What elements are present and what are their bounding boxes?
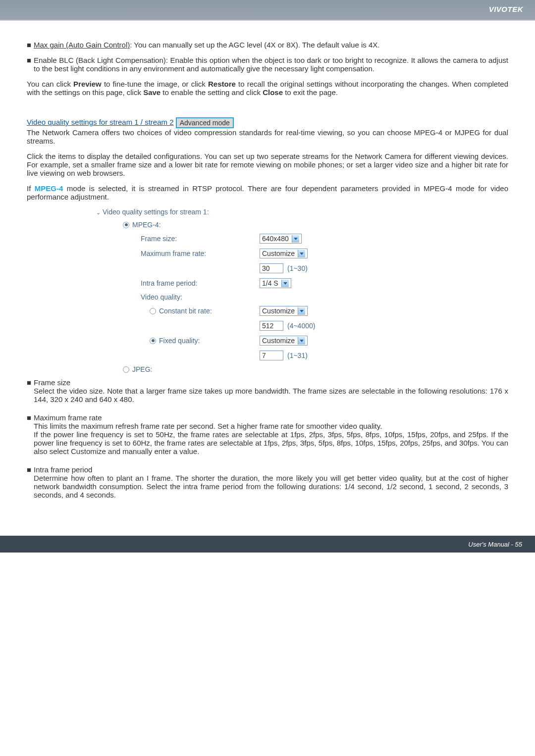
para-mpeg: If MPEG-4 mode is selected, it is stream… [27, 184, 508, 201]
bullet-rest: : You can manually set up the AGC level … [130, 41, 379, 49]
select-value: 640x480 [262, 235, 289, 243]
radio-icon [123, 222, 129, 228]
sub-heading: Maximum frame rate [34, 413, 508, 422]
page-footer: User's Manual - 55 [0, 536, 535, 553]
dropdown-icon [298, 337, 305, 345]
section-title-row: Video quality settings for stream 1 / st… [27, 117, 508, 128]
label-frame-size: Frame size: [141, 235, 260, 243]
kw-save: Save [143, 88, 160, 97]
sub-heading: Frame size [34, 378, 508, 387]
page-header: VIVOTEK [0, 0, 535, 20]
label-max-frame-rate: Maximum frame rate: [141, 250, 260, 257]
radio-icon [150, 338, 156, 344]
bullet-blc: ■ Enable BLC (Back Light Compensation): … [27, 56, 508, 73]
radio-mpeg4[interactable]: MPEG-4: [123, 221, 508, 229]
bullet-mark: ■ [27, 413, 34, 462]
select-intra[interactable]: 1/4 S [260, 278, 291, 288]
para-click-items: Click the items to display the detailed … [27, 152, 508, 177]
kw-restore: Restore [208, 80, 236, 88]
sub-frame-size: ■ Frame size Select the video size. Note… [27, 378, 508, 410]
select-max-frame-rate[interactable]: Customize [260, 249, 308, 258]
form-title: ⌄Video quality settings for stream 1: [96, 208, 508, 216]
select-value: Customize [262, 250, 295, 257]
para-preview: You can click Preview to fine-tune the i… [27, 80, 508, 97]
sub-intra: ■ Intra frame period Determine how often… [27, 465, 508, 506]
radio-label: JPEG: [132, 365, 152, 373]
bullet-mark: ■ [27, 56, 34, 73]
bullet-mark: ■ [27, 378, 34, 410]
range-fixed-quality: (1~31) [287, 352, 308, 359]
input-cbr[interactable]: 512 [260, 321, 283, 331]
t: mode is selected, it is streamed in RTSP… [27, 184, 508, 201]
bullet-text: Enable BLC (Back Light Compensation): En… [34, 56, 508, 73]
kw-preview: Preview [73, 80, 102, 88]
chevron-down-icon: ⌄ [96, 209, 101, 215]
brand-text: VIVOTEK [489, 5, 523, 13]
select-value: Customize [262, 337, 295, 345]
label-video-quality: Video quality: [141, 293, 260, 301]
form-title-text: Video quality settings for stream 1: [103, 208, 209, 216]
dropdown-icon [298, 250, 305, 257]
bullet-max-gain: ■ Max gain (Auto Gain Control): You can … [27, 41, 508, 49]
radio-label: MPEG-4: [132, 221, 161, 229]
bullet-text: Max gain (Auto Gain Control): You can ma… [34, 41, 508, 49]
sub-text: Determine how often to plant an I frame.… [34, 474, 508, 499]
page-body: ■ Max gain (Auto Gain Control): You can … [0, 21, 535, 521]
select-frame-size[interactable]: 640x480 [260, 234, 302, 244]
range-max-frame-rate: (1~30) [287, 264, 308, 272]
select-fixed-quality[interactable]: Customize [260, 336, 308, 346]
bullet-mark: ■ [27, 465, 34, 506]
dropdown-icon [298, 307, 305, 315]
input-fixed-quality[interactable]: 7 [260, 351, 283, 360]
t: to exit the page. [283, 88, 338, 97]
radio-icon [123, 366, 129, 373]
para-two-streams: The Network Camera offers two choices of… [27, 128, 508, 145]
radio-icon [150, 308, 156, 314]
footer-text: User's Manual - 55 [468, 541, 522, 548]
radio-fixed-quality[interactable]: Fixed quality: [141, 337, 260, 345]
radio-constant-bit-rate[interactable]: Constant bit rate: [141, 307, 260, 315]
advanced-mode-badge: Advanced mode [176, 117, 234, 128]
bullet-mark: ■ [27, 41, 34, 49]
select-cbr[interactable]: Customize [260, 306, 308, 316]
t: to enable the setting and click [160, 88, 263, 97]
dropdown-icon [292, 235, 299, 243]
input-max-frame-rate[interactable]: 30 [260, 263, 283, 273]
radio-jpeg[interactable]: JPEG: [123, 365, 508, 373]
sub-max-rate: ■ Maximum frame rate This limits the max… [27, 413, 508, 462]
video-quality-form: ⌄Video quality settings for stream 1: MP… [96, 208, 508, 373]
t: You can click [27, 80, 73, 88]
t: If [27, 184, 35, 193]
range-cbr: (4~4000) [287, 322, 315, 330]
sub-heading: Intra frame period [34, 465, 508, 474]
select-value: Customize [262, 307, 295, 315]
sub-text: If the power line frequency is set to 50… [34, 430, 508, 455]
sub-text: Select the video size. Note that a large… [34, 387, 508, 403]
dropdown-icon [281, 280, 289, 287]
bullet-lead: Max gain (Auto Gain Control) [34, 41, 130, 49]
label-intra: Intra frame period: [141, 279, 260, 287]
sub-text: This limits the maximum refresh frame ra… [34, 422, 508, 430]
section-link[interactable]: Video quality settings for stream 1 / st… [27, 118, 174, 126]
select-value: 1/4 S [262, 279, 278, 287]
kw-close: Close [263, 88, 283, 97]
kw-mpeg4: MPEG-4 [35, 184, 63, 193]
radio-label: Constant bit rate: [159, 307, 212, 315]
t: to fine-tune the image, or click [102, 80, 208, 88]
radio-label: Fixed quality: [159, 337, 200, 345]
